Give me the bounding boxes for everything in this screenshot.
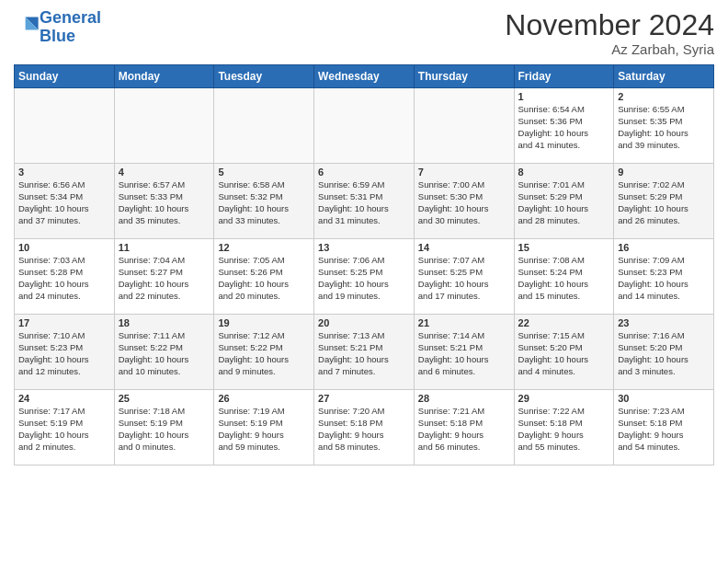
day-info: Sunrise: 7:22 AMSunset: 5:18 PMDaylight:… bbox=[518, 406, 610, 453]
calendar-cell: 20Sunrise: 7:13 AMSunset: 5:21 PMDayligh… bbox=[314, 315, 415, 390]
calendar-cell: 10Sunrise: 7:03 AMSunset: 5:28 PMDayligh… bbox=[15, 239, 115, 315]
day-number: 26 bbox=[218, 393, 310, 404]
day-info: Sunrise: 7:20 AMSunset: 5:18 PMDaylight:… bbox=[318, 406, 410, 453]
day-number: 7 bbox=[418, 167, 510, 178]
calendar-cell: 7Sunrise: 7:00 AMSunset: 5:30 PMDaylight… bbox=[414, 164, 514, 239]
calendar-cell: 22Sunrise: 7:15 AMSunset: 5:20 PMDayligh… bbox=[514, 315, 614, 390]
calendar-cell: 28Sunrise: 7:21 AMSunset: 5:18 PMDayligh… bbox=[414, 390, 514, 465]
calendar-cell: 2Sunrise: 6:55 AMSunset: 5:35 PMDaylight… bbox=[614, 88, 714, 164]
calendar-cell: 11Sunrise: 7:04 AMSunset: 5:27 PMDayligh… bbox=[114, 239, 214, 315]
logo-icon bbox=[14, 12, 40, 38]
calendar-week-row: 17Sunrise: 7:10 AMSunset: 5:23 PMDayligh… bbox=[15, 315, 714, 390]
day-info: Sunrise: 7:13 AMSunset: 5:21 PMDaylight:… bbox=[318, 330, 410, 377]
calendar-week-row: 10Sunrise: 7:03 AMSunset: 5:28 PMDayligh… bbox=[15, 239, 714, 315]
day-info: Sunrise: 7:21 AMSunset: 5:18 PMDaylight:… bbox=[418, 406, 510, 453]
calendar-header-row: SundayMondayTuesdayWednesdayThursdayFrid… bbox=[15, 65, 714, 88]
day-info: Sunrise: 6:58 AMSunset: 5:32 PMDaylight:… bbox=[218, 179, 310, 226]
logo: General Blue bbox=[14, 9, 101, 46]
calendar-week-row: 3Sunrise: 6:56 AMSunset: 5:34 PMDaylight… bbox=[15, 164, 714, 239]
day-info: Sunrise: 7:01 AMSunset: 5:29 PMDaylight:… bbox=[518, 179, 610, 226]
month-title: November 2024 bbox=[505, 9, 714, 41]
day-number: 11 bbox=[119, 242, 210, 253]
day-number: 16 bbox=[618, 242, 710, 253]
day-info: Sunrise: 7:10 AMSunset: 5:23 PMDaylight:… bbox=[18, 330, 110, 377]
calendar-cell: 29Sunrise: 7:22 AMSunset: 5:18 PMDayligh… bbox=[514, 390, 614, 465]
calendar-cell: 30Sunrise: 7:23 AMSunset: 5:18 PMDayligh… bbox=[614, 390, 714, 465]
weekday-header-saturday: Saturday bbox=[614, 65, 714, 88]
day-info: Sunrise: 7:06 AMSunset: 5:25 PMDaylight:… bbox=[318, 255, 410, 302]
day-number: 10 bbox=[18, 242, 110, 253]
weekday-header-monday: Monday bbox=[114, 65, 214, 88]
day-info: Sunrise: 7:02 AMSunset: 5:29 PMDaylight:… bbox=[618, 179, 710, 226]
day-number: 28 bbox=[418, 393, 510, 404]
calendar-cell: 24Sunrise: 7:17 AMSunset: 5:19 PMDayligh… bbox=[15, 390, 115, 465]
calendar-cell bbox=[214, 88, 314, 164]
calendar-cell: 5Sunrise: 6:58 AMSunset: 5:32 PMDaylight… bbox=[214, 164, 314, 239]
calendar-cell bbox=[314, 88, 415, 164]
day-info: Sunrise: 7:11 AMSunset: 5:22 PMDaylight:… bbox=[119, 330, 210, 377]
day-number: 20 bbox=[318, 317, 410, 328]
day-info: Sunrise: 7:05 AMSunset: 5:26 PMDaylight:… bbox=[218, 255, 310, 302]
calendar-cell bbox=[414, 88, 514, 164]
day-number: 27 bbox=[318, 393, 410, 404]
calendar-cell: 25Sunrise: 7:18 AMSunset: 5:19 PMDayligh… bbox=[114, 390, 214, 465]
day-number: 6 bbox=[318, 167, 410, 178]
weekday-header-sunday: Sunday bbox=[15, 65, 115, 88]
day-info: Sunrise: 6:59 AMSunset: 5:31 PMDaylight:… bbox=[318, 179, 410, 226]
day-info: Sunrise: 7:23 AMSunset: 5:18 PMDaylight:… bbox=[618, 406, 710, 453]
calendar-table: SundayMondayTuesdayWednesdayThursdayFrid… bbox=[14, 64, 714, 465]
calendar-cell: 21Sunrise: 7:14 AMSunset: 5:21 PMDayligh… bbox=[414, 315, 514, 390]
day-info: Sunrise: 7:08 AMSunset: 5:24 PMDaylight:… bbox=[518, 255, 610, 302]
day-number: 9 bbox=[618, 167, 710, 178]
day-info: Sunrise: 7:15 AMSunset: 5:20 PMDaylight:… bbox=[518, 330, 610, 377]
day-number: 19 bbox=[218, 317, 310, 328]
day-number: 22 bbox=[518, 317, 610, 328]
calendar-cell: 26Sunrise: 7:19 AMSunset: 5:19 PMDayligh… bbox=[214, 390, 314, 465]
calendar-cell: 6Sunrise: 6:59 AMSunset: 5:31 PMDaylight… bbox=[314, 164, 415, 239]
day-info: Sunrise: 6:56 AMSunset: 5:34 PMDaylight:… bbox=[18, 179, 110, 226]
day-number: 2 bbox=[618, 91, 710, 102]
calendar-cell: 3Sunrise: 6:56 AMSunset: 5:34 PMDaylight… bbox=[15, 164, 115, 239]
weekday-header-wednesday: Wednesday bbox=[314, 65, 415, 88]
calendar-cell bbox=[15, 88, 115, 164]
title-block: November 2024 Az Zarbah, Syria bbox=[505, 9, 714, 57]
calendar-cell: 8Sunrise: 7:01 AMSunset: 5:29 PMDaylight… bbox=[514, 164, 614, 239]
day-number: 13 bbox=[318, 242, 410, 253]
day-number: 1 bbox=[518, 91, 610, 102]
calendar-cell: 17Sunrise: 7:10 AMSunset: 5:23 PMDayligh… bbox=[15, 315, 115, 390]
calendar-cell: 15Sunrise: 7:08 AMSunset: 5:24 PMDayligh… bbox=[514, 239, 614, 315]
location-subtitle: Az Zarbah, Syria bbox=[505, 41, 714, 57]
calendar-cell bbox=[114, 88, 214, 164]
day-info: Sunrise: 6:55 AMSunset: 5:35 PMDaylight:… bbox=[618, 104, 710, 151]
calendar-week-row: 24Sunrise: 7:17 AMSunset: 5:19 PMDayligh… bbox=[15, 390, 714, 465]
calendar-cell: 19Sunrise: 7:12 AMSunset: 5:22 PMDayligh… bbox=[214, 315, 314, 390]
day-info: Sunrise: 7:19 AMSunset: 5:19 PMDaylight:… bbox=[218, 406, 310, 453]
calendar-cell: 16Sunrise: 7:09 AMSunset: 5:23 PMDayligh… bbox=[614, 239, 714, 315]
page-container: General Blue November 2024 Az Zarbah, Sy… bbox=[0, 0, 728, 470]
calendar-week-row: 1Sunrise: 6:54 AMSunset: 5:36 PMDaylight… bbox=[15, 88, 714, 164]
header: General Blue November 2024 Az Zarbah, Sy… bbox=[14, 9, 714, 57]
day-number: 24 bbox=[18, 393, 110, 404]
day-number: 8 bbox=[518, 167, 610, 178]
day-number: 4 bbox=[119, 167, 210, 178]
day-number: 3 bbox=[18, 167, 110, 178]
calendar-cell: 1Sunrise: 6:54 AMSunset: 5:36 PMDaylight… bbox=[514, 88, 614, 164]
calendar-cell: 12Sunrise: 7:05 AMSunset: 5:26 PMDayligh… bbox=[214, 239, 314, 315]
weekday-header-tuesday: Tuesday bbox=[214, 65, 314, 88]
calendar-cell: 27Sunrise: 7:20 AMSunset: 5:18 PMDayligh… bbox=[314, 390, 415, 465]
day-number: 12 bbox=[218, 242, 310, 253]
calendar-cell: 14Sunrise: 7:07 AMSunset: 5:25 PMDayligh… bbox=[414, 239, 514, 315]
day-number: 17 bbox=[18, 317, 110, 328]
weekday-header-friday: Friday bbox=[514, 65, 614, 88]
day-number: 18 bbox=[119, 317, 210, 328]
day-info: Sunrise: 7:09 AMSunset: 5:23 PMDaylight:… bbox=[618, 255, 710, 302]
day-info: Sunrise: 7:14 AMSunset: 5:21 PMDaylight:… bbox=[418, 330, 510, 377]
day-number: 29 bbox=[518, 393, 610, 404]
weekday-header-thursday: Thursday bbox=[414, 65, 514, 88]
day-info: Sunrise: 7:17 AMSunset: 5:19 PMDaylight:… bbox=[18, 406, 110, 453]
day-number: 15 bbox=[518, 242, 610, 253]
calendar-cell: 4Sunrise: 6:57 AMSunset: 5:33 PMDaylight… bbox=[114, 164, 214, 239]
day-info: Sunrise: 7:03 AMSunset: 5:28 PMDaylight:… bbox=[18, 255, 110, 302]
day-number: 21 bbox=[418, 317, 510, 328]
calendar-cell: 13Sunrise: 7:06 AMSunset: 5:25 PMDayligh… bbox=[314, 239, 415, 315]
